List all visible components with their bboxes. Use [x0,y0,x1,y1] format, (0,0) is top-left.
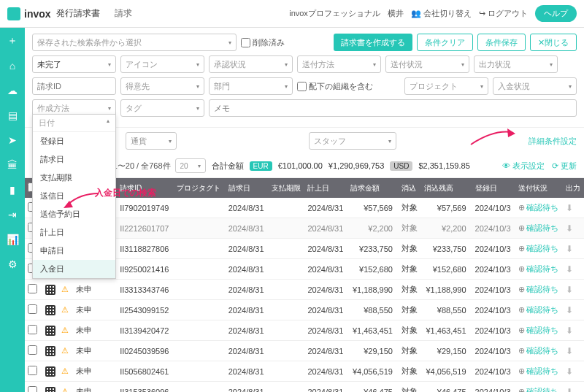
cell-send[interactable]: ⊕確認待ち [515,218,563,239]
download-icon[interactable]: ⬇ [566,366,573,377]
close-filters-button[interactable]: ✕ 閉じる [530,34,577,51]
download-icon[interactable]: ⬇ [566,326,573,336]
cell-due [269,280,305,300]
deleted-checkbox[interactable]: 削除済み [241,37,285,48]
download-icon[interactable]: ⬇ [566,244,573,254]
nav-invoice[interactable]: 請求 [115,7,132,20]
refresh-link[interactable]: ⟳ 更新 [552,161,577,172]
project-select[interactable]: プロジェクト [404,77,488,95]
memo-input[interactable] [209,99,577,117]
send-status-select[interactable]: 送付状況 [385,55,469,73]
currency-select[interactable]: 通貨 [126,132,177,150]
dept-select[interactable]: 部門 [209,77,293,95]
table-row[interactable]: ⚠未申II31394204722024/8/312024/8/31¥1,463,… [25,320,584,341]
per-page-select[interactable]: 20 [175,158,206,173]
settings-icon[interactable]: ⚙ [7,258,18,270]
download-icon[interactable]: ⬇ [566,223,573,234]
col-header[interactable]: 計上日 [304,178,347,198]
col-header[interactable]: 支払期限 [269,178,305,198]
col-header[interactable]: 消込残高 [421,178,472,198]
cell-amount: ¥46,475 [347,382,399,393]
col-header[interactable]: 出力 [563,178,584,198]
display-settings-link[interactable]: 👁 表示設定 [502,161,545,172]
col-header[interactable]: 登録日 [472,178,515,198]
switch-company[interactable]: 👥 会社切り替え [411,8,472,19]
row-checkbox[interactable] [28,345,37,355]
help-button[interactable]: ヘルプ [535,5,577,22]
download-icon[interactable]: ⬇ [566,285,573,295]
col-header[interactable]: プロジタグト [174,178,225,198]
cell-id: II2543099152 [117,300,174,320]
send-method-select[interactable]: 送付方法 [297,55,381,73]
table-row[interactable]: ⚠未申II33133437462024/8/312024/8/31¥1,188,… [25,280,584,300]
cell-send[interactable]: ⊕確認待ち [515,280,563,300]
invoice-id-input[interactable] [32,77,116,95]
col-header[interactable]: 送付状況 [515,178,563,198]
upload-icon[interactable]: ☁ [7,85,18,96]
clear-filters-button[interactable]: 条件クリア [417,34,473,51]
report-icon[interactable]: ▮ [7,184,18,196]
chip-icon [45,305,55,315]
table-row[interactable]: ⚠未申II31535360962024/8/312024/8/31¥46,475… [25,382,584,393]
cell-send[interactable]: ⊕確認待ち [515,320,563,341]
cell-id: II9250021416 [117,259,174,280]
send-icon[interactable]: ➤ [7,134,18,146]
row-checkbox[interactable] [28,325,37,334]
date-option[interactable]: 支払期限 [33,169,115,187]
export-icon[interactable]: ⇥ [7,209,18,220]
row-checkbox[interactable] [28,284,37,293]
row-checkbox[interactable] [28,304,37,314]
cell-send[interactable]: ⊕確認待ち [515,259,563,280]
date-option[interactable]: 入金日 [33,260,115,278]
cell-recon: 対象 [399,361,421,382]
download-icon[interactable]: ⬇ [566,387,573,393]
home-icon[interactable]: ⌂ [7,60,18,72]
col-header[interactable]: 請求日 [226,178,269,198]
cell-send[interactable]: ⊕確認待ち [515,198,563,218]
cell-send[interactable]: ⊕確認待ち [515,239,563,259]
download-icon[interactable]: ⬇ [566,305,573,315]
tag-select[interactable]: タグ [120,99,204,117]
date-option[interactable]: 請求日 [33,150,115,169]
output-status-select[interactable]: 出力状況 [474,55,558,73]
deposit-status-select[interactable]: 入金状況 [493,77,577,95]
customer-select[interactable]: 得意先 [120,77,204,95]
cell-send[interactable]: ⊕確認待ち [515,341,563,361]
create-invoice-button[interactable]: 請求書を作成する [334,34,412,51]
cell-id: II3139420472 [117,320,174,341]
staff-select[interactable]: スタッフ [309,132,396,150]
bank-icon[interactable]: 🏛 [7,159,18,171]
date-option[interactable]: 申請日 [33,242,115,260]
download-icon[interactable]: ⬇ [566,203,573,213]
date-option[interactable]: 登録日 [33,132,115,150]
download-icon[interactable]: ⬇ [566,346,573,356]
table-row[interactable]: ⚠未申II50568024612024/8/312024/8/31¥4,056,… [25,361,584,382]
row-checkbox[interactable] [28,366,37,375]
date-option[interactable]: 計上日 [33,223,115,242]
date-dropdown-header[interactable]: 日付 [33,115,115,132]
plus-icon[interactable]: ＋ [7,35,18,47]
col-header[interactable]: 請求金額 [347,178,399,198]
cell-send[interactable]: ⊕確認待ち [515,300,563,320]
globe-icon: ⊕ [518,387,525,392]
save-filters-button[interactable]: 条件保存 [477,34,526,51]
cell-send[interactable]: ⊕確認待ち [515,382,563,393]
chart-icon[interactable]: 📊 [7,234,18,245]
chip-icon [45,387,55,392]
logout-link[interactable]: ↪ ログアウト [479,8,528,19]
detail-filter-link[interactable]: 詳細条件設定 [529,136,577,147]
download-icon[interactable]: ⬇ [566,264,573,274]
status-select[interactable]: 未完了 [32,55,116,73]
cell-date: 2024/8/31 [226,300,269,320]
icon-select[interactable]: アイコン [120,55,204,73]
table-row[interactable]: ⚠未申II02450395962024/8/312024/8/31¥29,150… [25,341,584,361]
approval-select[interactable]: 承認状況 [209,55,293,73]
table-row[interactable]: ⚠未申II25430991522024/8/312024/8/31¥88,550… [25,300,584,320]
col-header[interactable]: 消込 [399,178,421,198]
cell-book: 2024/8/31 [304,320,347,341]
row-checkbox[interactable] [28,386,37,392]
cell-send[interactable]: ⊕確認待ち [515,361,563,382]
saved-search-select[interactable]: 保存された検索条件から選択 [32,34,237,51]
invoice-icon[interactable]: ▤ [7,109,18,121]
incl-orgs-checkbox[interactable]: 配下の組織を含む [297,81,373,92]
